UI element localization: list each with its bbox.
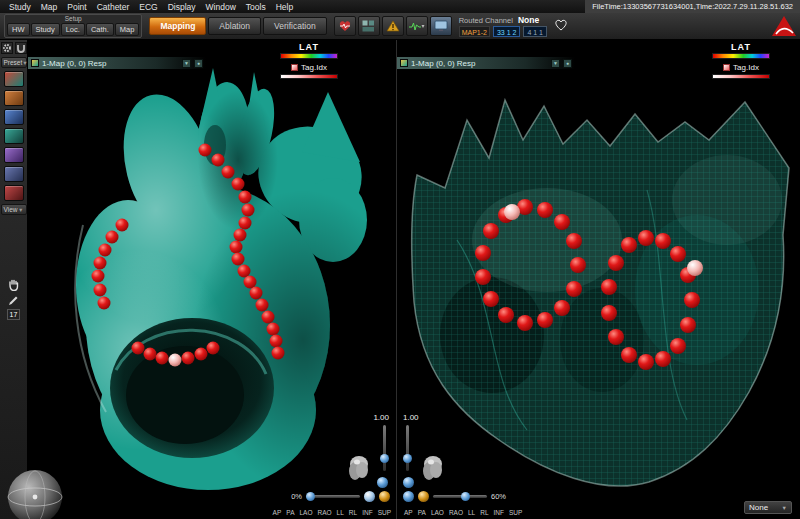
- menu-item-point[interactable]: Point: [62, 2, 91, 12]
- pencil-icon[interactable]: [8, 294, 20, 306]
- layout-icon[interactable]: [358, 16, 380, 36]
- routed-channel-group: Routed Channel None MAP1-2 33 1 2 4 1 1: [459, 15, 547, 37]
- pin-icon[interactable]: ●: [563, 59, 572, 68]
- preset-dropdown-label: Preset: [4, 59, 23, 66]
- orient-lao-vp0[interactable]: LAO: [297, 509, 314, 516]
- viewport-left: 1-Map (0, 0) Resp ▼ ● LAT Tag.Idx 1.00 0…: [28, 40, 396, 519]
- chevron-down-icon[interactable]: ▼: [182, 59, 191, 68]
- surface-tool[interactable]: [4, 128, 24, 144]
- reset-view-button[interactable]: [377, 477, 388, 488]
- trackball-button[interactable]: [364, 491, 375, 502]
- setup-button-loc[interactable]: Loc.: [61, 23, 85, 36]
- orient-ap-vp0[interactable]: AP: [271, 509, 284, 516]
- orient-rao-vp0[interactable]: RAO: [316, 509, 334, 516]
- magnet-icon[interactable]: [15, 42, 27, 54]
- menu-item-ecg[interactable]: ECG: [134, 2, 162, 12]
- chevron-down-icon: ▼: [18, 207, 23, 213]
- orient-ll-vp1[interactable]: LL: [466, 509, 477, 516]
- orient-rl-vp0[interactable]: RL: [347, 509, 359, 516]
- view-mode-dropdown[interactable]: None▼: [744, 501, 792, 514]
- left-atrium-model-mesh[interactable]: [397, 40, 800, 519]
- tag-index-icon: [723, 64, 730, 71]
- setup-group: Setup HWStudyLoc.Cath.Map: [4, 14, 142, 38]
- filetime-label: FileTime:13303567731634001,Time:2022.7.2…: [585, 0, 800, 13]
- navigation-sphere[interactable]: [4, 467, 68, 519]
- orient-sup-vp1[interactable]: SUP: [507, 509, 524, 516]
- view-dropdown[interactable]: View▼: [1, 204, 27, 215]
- setup-button-map[interactable]: Map: [115, 23, 140, 36]
- orientation-ball-button[interactable]: [418, 491, 429, 502]
- scale-label: LAT: [299, 42, 319, 52]
- routed-channel-value[interactable]: None: [518, 15, 539, 25]
- color-scale-block: LAT Tag.Idx: [712, 42, 770, 79]
- trackball-button[interactable]: [403, 491, 414, 502]
- layers-tool[interactable]: [4, 166, 24, 182]
- orient-inf-vp0[interactable]: INF: [360, 509, 374, 516]
- setup-label: Setup: [65, 15, 82, 23]
- tag-index-color-bar[interactable]: [280, 74, 338, 79]
- menu-item-catheter[interactable]: Catheter: [92, 2, 135, 12]
- viewport-title: 1-Map (0, 0) Resp: [411, 59, 548, 68]
- setup-button-cath[interactable]: Cath.: [86, 23, 114, 36]
- volumes-tool[interactable]: [4, 109, 24, 125]
- tab-verification[interactable]: Verification: [263, 17, 327, 35]
- color-scale-block: LAT Tag.Idx: [280, 42, 338, 79]
- menu-item-window[interactable]: Window: [201, 2, 241, 12]
- orient-rl-vp1[interactable]: RL: [478, 509, 490, 516]
- orient-rao-vp1[interactable]: RAO: [447, 509, 465, 516]
- ecg-heart-icon[interactable]: [334, 16, 356, 36]
- signal-row: MAP1-2 33 1 2 4 1 1: [459, 26, 547, 37]
- orient-pa-vp0[interactable]: PA: [284, 509, 296, 516]
- fill-percent-value: 60%: [491, 492, 506, 501]
- signal-value-a: 33 1 2: [493, 26, 520, 37]
- fill-slider[interactable]: [306, 495, 360, 498]
- lat-color-bar[interactable]: [280, 53, 338, 59]
- menu-item-study[interactable]: Study: [4, 2, 36, 12]
- orient-pa-vp1[interactable]: PA: [416, 509, 428, 516]
- alert-icon[interactable]: [382, 16, 404, 36]
- viewport-header[interactable]: 1-Map (0, 0) Resp ▼ ●: [397, 57, 575, 69]
- orient-sup-vp0[interactable]: SUP: [376, 509, 393, 516]
- menu-item-display[interactable]: Display: [163, 2, 201, 12]
- menu-item-help[interactable]: Help: [271, 2, 298, 12]
- orient-inf-vp1[interactable]: INF: [492, 509, 506, 516]
- chevron-down-icon[interactable]: ▼: [551, 59, 560, 68]
- viewport-header[interactable]: 1-Map (0, 0) Resp ▼ ●: [28, 57, 206, 69]
- ecg-wave-icon[interactable]: [406, 16, 428, 36]
- tab-ablation[interactable]: Ablation: [208, 17, 261, 35]
- points-tool[interactable]: [4, 90, 24, 106]
- lat-color-bar[interactable]: [712, 53, 770, 59]
- orient-ll-vp0[interactable]: LL: [335, 509, 346, 516]
- orient-lao-vp1[interactable]: LAO: [429, 509, 446, 516]
- menu-item-map[interactable]: Map: [36, 2, 63, 12]
- pin-icon[interactable]: ●: [194, 59, 203, 68]
- gear-icon[interactable]: [1, 42, 13, 54]
- zoom-slider[interactable]: [383, 425, 386, 471]
- map-color-tool[interactable]: [4, 71, 24, 87]
- tab-mapping[interactable]: Mapping: [149, 17, 206, 35]
- setup-button-hw[interactable]: HW: [7, 23, 30, 36]
- monitor-icon[interactable]: [430, 16, 452, 36]
- alerts-tool[interactable]: [4, 185, 24, 201]
- viewport-right: 1-Map (0, 0) Resp ▼ ● LAT Tag.Idx 1.00 6…: [397, 40, 800, 519]
- heart-orientation-thumbnail[interactable]: [347, 454, 371, 486]
- left-sidebar: Preset▼ View▼ 17: [0, 40, 28, 519]
- reset-view-button[interactable]: [403, 477, 414, 488]
- orientation-ball-button[interactable]: [379, 491, 390, 502]
- heart-orientation-thumbnail[interactable]: [421, 454, 445, 486]
- carto-logo: [771, 15, 797, 41]
- zoom-slider[interactable]: [406, 425, 409, 471]
- hand-icon[interactable]: [8, 279, 20, 291]
- signal-label: MAP1-2: [459, 26, 490, 37]
- menu-item-tools[interactable]: Tools: [241, 2, 271, 12]
- routed-channel-label: Routed Channel: [459, 16, 513, 25]
- left-atrium-model-solid[interactable]: [28, 40, 396, 519]
- toolbar: Setup HWStudyLoc.Cath.Map MappingAblatio…: [0, 13, 800, 40]
- tag-index-color-bar[interactable]: [712, 74, 770, 79]
- fill-slider[interactable]: [433, 495, 487, 498]
- setup-button-study[interactable]: Study: [31, 23, 60, 36]
- viewport-divider[interactable]: [396, 40, 397, 519]
- orient-ap-vp1[interactable]: AP: [402, 509, 415, 516]
- preset-dropdown[interactable]: Preset▼: [1, 57, 27, 68]
- tags-tool[interactable]: [4, 147, 24, 163]
